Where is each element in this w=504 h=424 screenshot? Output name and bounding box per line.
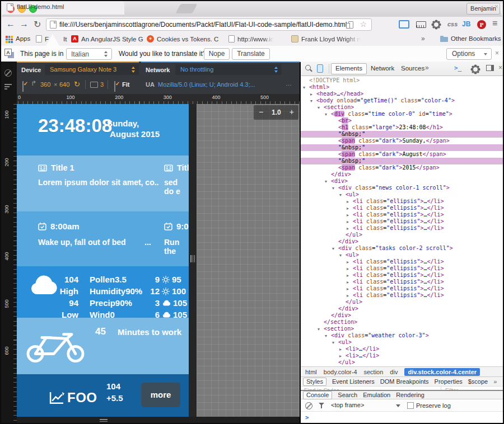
sidebar-tabs-overflow-icon[interactable]: » bbox=[493, 378, 497, 385]
browser-tab[interactable]: flatUI-demo.html × bbox=[0, 0, 124, 15]
toolbar-overflow-icon[interactable]: … bbox=[286, 80, 292, 87]
dimensions-checkbox[interactable] bbox=[22, 81, 24, 92]
disclosure-arrow-icon[interactable]: ▾ bbox=[339, 252, 346, 259]
frame-context-select[interactable]: <top frame> bbox=[331, 402, 364, 408]
clear-console-icon[interactable] bbox=[305, 402, 312, 409]
dom-tree-line[interactable]: "&nbsp;" bbox=[301, 158, 504, 164]
address-bar[interactable]: file:///Users/benjaminscottlagrone/Docum… bbox=[46, 18, 372, 31]
disclosure-arrow-icon[interactable]: ▾ bbox=[318, 326, 324, 333]
devtools-close-icon[interactable]: × bbox=[498, 64, 502, 72]
breadcrumb-item[interactable]: div bbox=[390, 369, 398, 375]
dom-tree-line[interactable]: </section> bbox=[301, 319, 504, 326]
bookmark-item[interactable]: http://www.ideatoap bbox=[228, 35, 273, 43]
bookmark-item[interactable]: Frank Lloyd Wright n bbox=[291, 35, 361, 43]
chevron-down-icon[interactable] bbox=[396, 404, 400, 407]
dom-tree-line[interactable]: </ul> bbox=[301, 232, 504, 238]
console-tab-rendering[interactable]: Rendering bbox=[396, 392, 424, 398]
dom-tree-line[interactable]: <span class="dark">August</span> bbox=[301, 151, 504, 158]
profile-button[interactable]: Benjamin bbox=[466, 3, 500, 15]
disclosure-arrow-icon[interactable]: ▾ bbox=[303, 84, 309, 91]
translate-close-icon[interactable]: × bbox=[495, 49, 499, 57]
disclosure-arrow-icon[interactable]: ▾ bbox=[325, 178, 331, 185]
dom-tree-line[interactable]: <span class="dark">Sunday,</span> bbox=[301, 138, 504, 144]
more-button[interactable]: more bbox=[141, 383, 180, 407]
dom-tree-line[interactable]: ▸<li class="ellipsis">…</li> bbox=[301, 265, 504, 272]
disclosure-arrow-icon[interactable]: ▾ bbox=[318, 105, 324, 111]
dom-tree-line[interactable]: </div> bbox=[301, 312, 504, 319]
dom-tree-line[interactable]: ▸<li class="ellipsis">…</li> bbox=[301, 205, 504, 211]
console-tab-console[interactable]: Console bbox=[303, 391, 332, 399]
dom-tree-line[interactable]: ▸<head>…</head> bbox=[301, 91, 504, 97]
drag-handle-icon[interactable] bbox=[190, 255, 195, 262]
dom-tree-line[interactable]: ▸<li class="ellipsis">…</li> bbox=[301, 279, 504, 285]
rotate-icon[interactable]: ↱ bbox=[31, 79, 36, 87]
tab-network[interactable]: Network bbox=[367, 63, 398, 73]
apps-label[interactable]: Apps bbox=[16, 35, 30, 42]
dom-tree-line[interactable]: ▸<li class="ellipsis">…</li> bbox=[301, 292, 504, 299]
console-tab-emulation[interactable]: Emulation bbox=[363, 392, 390, 398]
dom-tree-line[interactable]: ▾<div> bbox=[301, 178, 504, 185]
console-prompt-icon[interactable]: > bbox=[305, 414, 309, 421]
dom-tree-line[interactable]: ▾<div class="weather color-3"> bbox=[301, 332, 504, 339]
device-height[interactable]: 640 bbox=[59, 81, 69, 88]
disclosure-arrow-icon[interactable]: ▾ bbox=[310, 98, 316, 105]
tab-elements[interactable]: Elements bbox=[331, 63, 367, 74]
dom-tree-line[interactable]: </div> bbox=[301, 238, 504, 245]
url-text[interactable]: file:///Users/benjaminscottlagrone/Docum… bbox=[59, 21, 348, 29]
dom-tree-line[interactable]: ▾<html> bbox=[301, 84, 504, 91]
disclosure-arrow-icon[interactable]: ▾ bbox=[332, 185, 338, 192]
device-select[interactable]: Samsung Galaxy Note 3 bbox=[45, 64, 139, 75]
breadcrumb-item[interactable]: html bbox=[305, 369, 317, 375]
dom-tree-line[interactable]: <!DOCTYPE html> bbox=[301, 77, 504, 84]
dom-tree-line[interactable]: ▾<div class="tasks color-2 scroll"> bbox=[301, 245, 504, 252]
bookmark-star-icon[interactable]: ☆ bbox=[360, 20, 367, 29]
dom-tree-line[interactable]: ▾<div class="time color-0" id="time"> bbox=[301, 111, 504, 117]
ruler-extension-icon[interactable] bbox=[416, 21, 426, 28]
new-tab-button[interactable] bbox=[175, 4, 197, 13]
dom-tree-line[interactable]: ▸<li>…</li> bbox=[301, 346, 504, 352]
dom-tree-line[interactable]: ▾<ul> bbox=[301, 339, 504, 346]
preserve-log-checkbox[interactable] bbox=[407, 402, 414, 409]
device-mode-icon[interactable] bbox=[317, 64, 323, 73]
dom-tree-line[interactable]: ▾<div class="news color-1 scroll"> bbox=[301, 185, 504, 191]
dom-tree-line[interactable]: ▾<ul> bbox=[301, 252, 504, 258]
language-select[interactable]: Italian bbox=[66, 48, 112, 60]
forward-icon[interactable]: → bbox=[20, 19, 29, 29]
dom-tree-line[interactable]: ▸<li class="ellipsis">…</li> bbox=[301, 272, 504, 279]
dom-tree-line[interactable]: "&nbsp;" bbox=[301, 144, 504, 151]
dom-tree-line[interactable]: </div> bbox=[301, 171, 504, 178]
dom-tree-line[interactable]: </ul> bbox=[301, 299, 504, 305]
dom-tree-line[interactable]: ▸<li class="ellipsis">…</li> bbox=[301, 211, 504, 218]
dom-tree-line[interactable]: "&nbsp;" bbox=[301, 131, 504, 138]
bookmark-item[interactable]: AAn AngularJS Style G bbox=[71, 35, 143, 43]
settings-gear-icon[interactable] bbox=[472, 66, 479, 73]
dom-tree-line[interactable]: ▾<section> bbox=[301, 104, 504, 111]
console-toggle-icon[interactable]: >_ bbox=[454, 64, 461, 72]
disclosure-arrow-icon[interactable]: ▾ bbox=[332, 340, 338, 346]
fit-checkbox[interactable] bbox=[114, 81, 115, 92]
dom-tree-line[interactable]: ▸<li class="ellipsis">…</li> bbox=[301, 225, 504, 232]
viewport-extension-icon[interactable] bbox=[399, 20, 409, 29]
breadcrumb-item[interactable]: div.stock.color-4.center bbox=[404, 368, 480, 376]
dpr-value[interactable]: 3 bbox=[100, 81, 104, 88]
dom-tree-line[interactable]: </ul> bbox=[301, 359, 504, 366]
gear-icon[interactable] bbox=[433, 21, 440, 28]
sidebar-tab-$scope[interactable]: $scope bbox=[468, 378, 488, 385]
breadcrumb-item[interactable]: body.color-4 bbox=[324, 369, 357, 375]
translate-button[interactable]: Translate bbox=[232, 48, 270, 60]
reload-icon[interactable]: ↻ bbox=[34, 19, 41, 30]
disclosure-arrow-icon[interactable]: ▾ bbox=[339, 192, 346, 199]
css-extension-icon[interactable]: css bbox=[447, 21, 458, 27]
dom-tree-line[interactable]: <br> bbox=[301, 117, 504, 124]
sidebar-tab-event-listeners[interactable]: Event Listeners bbox=[332, 378, 375, 385]
swap-dimensions-icon[interactable]: ↻ bbox=[74, 80, 80, 88]
dom-tree-line[interactable]: ▾<body onload="getTime()" class="color-4… bbox=[301, 97, 504, 104]
console-tab-search[interactable]: Search bbox=[338, 392, 357, 398]
other-bookmarks[interactable]: Other Bookmarks bbox=[451, 35, 501, 42]
network-select[interactable]: No throttling bbox=[175, 64, 282, 75]
mobile-devices-icon[interactable] bbox=[348, 21, 353, 29]
bookmark-item[interactable]: Cookies vs Tokens. C bbox=[147, 35, 218, 43]
dom-tree-line[interactable]: </div> bbox=[301, 305, 504, 312]
bookmarks-overflow-icon[interactable]: » bbox=[421, 35, 425, 43]
media-queries-icon[interactable] bbox=[4, 84, 12, 89]
